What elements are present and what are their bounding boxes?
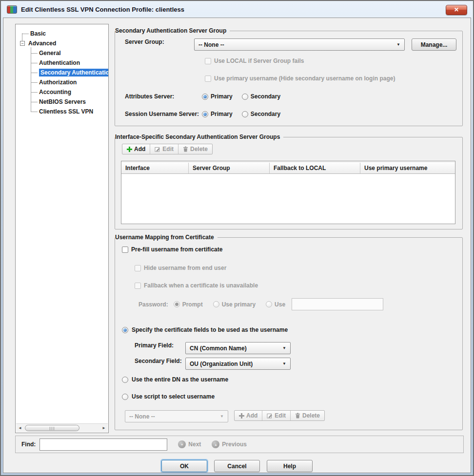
script-select[interactable]: -- None -- ▼ — [125, 410, 228, 422]
next-button[interactable]: ▼ Next — [178, 440, 201, 448]
entire-dn-label: Use the entire DN as the username — [132, 376, 228, 383]
tree-item-advanced[interactable]: − Advanced — [16, 38, 108, 48]
group-interface-specific: Interface-Specific Secondary Authenticat… — [115, 137, 463, 229]
edit-button[interactable]: Edit — [150, 144, 178, 154]
find-input[interactable] — [40, 438, 167, 451]
password-use-radio[interactable] — [266, 301, 272, 307]
specify-certificate-fields-radio[interactable] — [122, 327, 128, 333]
titlebar: Edit Clientless SSL VPN Connection Profi… — [1, 1, 473, 18]
primary-field-select[interactable]: CN (Common Name) ▼ — [185, 342, 291, 354]
script-toolbar: Add Edit Delete — [234, 410, 325, 421]
entire-dn-radio[interactable] — [122, 377, 128, 383]
interface-table[interactable]: Interface Server Group Fallback to LOCAL… — [121, 161, 455, 224]
tree-item-authentication[interactable]: Authentication — [16, 58, 108, 68]
tree-item-authorization[interactable]: Authorization — [16, 77, 108, 87]
plus-icon — [239, 413, 244, 419]
app-icon — [7, 5, 17, 14]
close-icon: ✕ — [454, 6, 459, 13]
group-title: Secondary Authentication Server Group — [115, 27, 230, 34]
session-username-server-label: Session Username Server: — [125, 111, 199, 117]
primary-field-label: Primary Field: — [135, 342, 174, 349]
nav-tree-panel: Basic − Advanced General Authentication … — [15, 24, 109, 433]
plus-icon — [127, 147, 132, 152]
script-edit-button[interactable]: Edit — [262, 411, 291, 420]
group-title: Username Mapping from Certificate — [115, 234, 217, 241]
dialog-window: Edit Clientless SSL VPN Connection Profi… — [0, 0, 474, 476]
table-header-server-group[interactable]: Server Group — [189, 163, 270, 173]
tree-item-general[interactable]: General — [16, 48, 108, 58]
find-label: Find: — [21, 441, 36, 448]
previous-button[interactable]: ▲ Previous — [212, 440, 247, 448]
table-header-fallback[interactable]: Fallback to LOCAL — [270, 163, 360, 173]
table-toolbar: Add Edit Delete — [122, 144, 213, 154]
table-header-use-primary[interactable]: Use primary username — [360, 163, 455, 173]
password-input[interactable] — [292, 298, 383, 310]
dropdown-arrow-icon: ▼ — [282, 346, 286, 350]
edit-icon — [155, 146, 160, 152]
table-body-empty — [121, 174, 455, 223]
group-username-mapping: Username Mapping from Certificate Pre-fi… — [115, 237, 463, 430]
scroll-right-icon[interactable]: ► — [100, 424, 108, 432]
delete-button[interactable]: Delete — [178, 144, 212, 154]
manage-button[interactable]: Manage... — [412, 38, 456, 51]
dropdown-arrow-icon: ▼ — [282, 362, 286, 366]
specify-certificate-fields-label: Specify the certificate fields to be use… — [132, 326, 288, 333]
use-primary-username-label: Use primary username (Hide secondary use… — [214, 75, 395, 82]
dropdown-arrow-icon: ▼ — [220, 414, 224, 419]
use-local-checkbox[interactable] — [205, 58, 211, 64]
tree-horizontal-scrollbar[interactable]: ◄ ► — [16, 423, 108, 432]
prefill-username-checkbox[interactable] — [122, 247, 128, 253]
main-panel: Secondary Authentication Server Group Se… — [112, 24, 464, 433]
hide-username-label: Hide username from end user — [144, 265, 226, 271]
hide-username-checkbox[interactable] — [135, 265, 141, 271]
group-secondary-auth-server: Secondary Authentication Server Group Se… — [115, 31, 463, 126]
table-header-interface[interactable]: Interface — [121, 163, 189, 173]
help-button[interactable]: Help — [267, 460, 313, 472]
previous-icon[interactable]: ▲ — [212, 440, 219, 448]
tree-item-accounting[interactable]: Accounting — [16, 87, 108, 97]
scroll-left-icon[interactable]: ◄ — [16, 424, 24, 432]
use-primary-username-checkbox[interactable] — [205, 76, 211, 82]
password-use-primary-radio[interactable] — [213, 301, 219, 307]
tree-item-clientless-ssl-vpn[interactable]: Clientless SSL VPN — [16, 107, 108, 116]
use-script-label: Use script to select username — [132, 393, 215, 400]
group-title: Interface-Specific Secondary Authenticat… — [115, 133, 283, 140]
script-delete-button[interactable]: Delete — [291, 411, 324, 420]
dialog-content: Basic − Advanced General Authentication … — [3, 18, 471, 473]
edit-icon — [267, 413, 273, 419]
fallback-certificate-checkbox[interactable] — [135, 283, 141, 289]
attributes-secondary-radio[interactable] — [242, 94, 248, 100]
session-primary-radio[interactable] — [202, 111, 208, 117]
find-bar: Find: ▼ Next ▲ Previous — [15, 436, 464, 453]
script-add-button[interactable]: Add — [235, 411, 262, 420]
password-label: Password: — [138, 301, 168, 308]
tree-advanced-children: General Authentication Secondary Authent… — [16, 48, 108, 116]
trash-icon — [295, 413, 300, 419]
server-group-select[interactable]: -- None -- ▼ — [194, 38, 405, 51]
tree-item-netbios-servers[interactable]: NetBIOS Servers — [16, 97, 108, 107]
window-title: Edit Clientless SSL VPN Connection Profi… — [21, 6, 184, 13]
tree-item-secondary-authentication[interactable]: Secondary Authentication — [16, 68, 108, 77]
attributes-server-label: Attributes Server: — [125, 93, 174, 100]
close-button[interactable]: ✕ — [446, 5, 467, 15]
secondary-field-select[interactable]: OU (Organization Unit) ▼ — [185, 358, 291, 370]
scrollbar-thumb[interactable] — [25, 425, 79, 431]
use-script-radio[interactable] — [122, 394, 128, 400]
password-prompt-radio[interactable] — [174, 301, 180, 307]
dropdown-arrow-icon: ▼ — [396, 42, 400, 47]
footer-buttons: OK Cancel Help — [3, 458, 471, 473]
cancel-button[interactable]: Cancel — [214, 460, 260, 472]
ok-button[interactable]: OK — [161, 460, 207, 472]
tree-collapse-icon[interactable]: − — [20, 41, 25, 46]
session-secondary-radio[interactable] — [242, 111, 248, 117]
fallback-certificate-label: Fallback when a certificate is unavailab… — [144, 282, 258, 289]
server-group-label: Server Group: — [125, 38, 164, 45]
add-button[interactable]: Add — [122, 144, 150, 154]
next-icon[interactable]: ▼ — [178, 440, 186, 448]
nav-tree: Basic − Advanced General Authentication … — [16, 24, 108, 116]
prefill-username-label: Pre-fill username from certificate — [131, 246, 222, 253]
use-local-label: Use LOCAL if Server Group fails — [214, 57, 304, 64]
trash-icon — [183, 146, 188, 152]
tree-item-basic[interactable]: Basic — [16, 29, 108, 38]
attributes-primary-radio[interactable] — [202, 94, 208, 100]
